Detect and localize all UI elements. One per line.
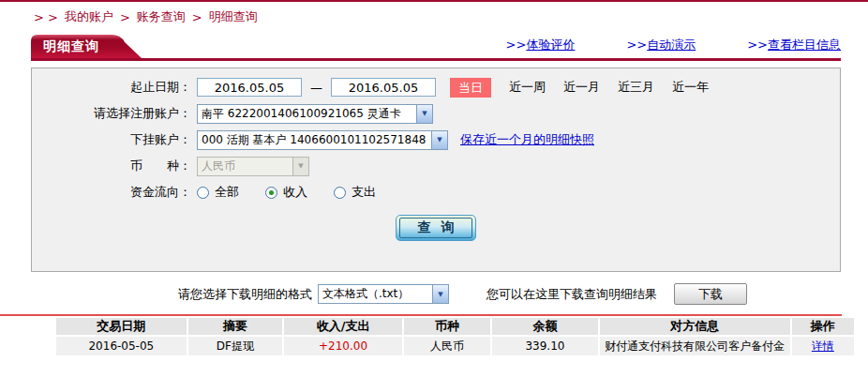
breadcrumb-separator: > bbox=[120, 10, 130, 24]
table-header-row: 交易日期 摘要 收入/支出 币种 余额 对方信息 操作 bbox=[56, 318, 856, 337]
cell-currency: 人民币 bbox=[404, 337, 492, 355]
end-date-input[interactable] bbox=[331, 78, 436, 97]
download-hint: 您可以在这里下载查询明细结果 bbox=[486, 286, 657, 303]
detail-link[interactable]: 详情 bbox=[812, 339, 834, 353]
panel-title: 明细查询 bbox=[43, 38, 99, 55]
radio-circle bbox=[265, 187, 277, 199]
currency-row: 币 种： 人民币 ▼ bbox=[32, 153, 840, 179]
panel-tab-detail-query: 明细查询 bbox=[31, 35, 142, 58]
link-auto-demo[interactable]: >>自动演示 bbox=[626, 37, 696, 53]
currency-value: 人民币 bbox=[198, 158, 292, 174]
cell-balance: 339.10 bbox=[492, 337, 600, 355]
select-arrow-icon[interactable]: ▼ bbox=[431, 131, 447, 149]
header-counterparty: 对方信息 bbox=[600, 318, 792, 337]
detail-query-panel: 明细查询 >>体验评价 >>自动演示 >>查看栏目信息 起止日期： — 当日 近… bbox=[31, 35, 841, 272]
radio-circle bbox=[334, 187, 346, 199]
cell-amount: +210.00 bbox=[284, 337, 404, 355]
quick-range-last-year[interactable]: 近一年 bbox=[672, 79, 709, 96]
radio-flow-income[interactable]: 收入 bbox=[265, 184, 307, 201]
link-label: 查看栏目信息 bbox=[768, 38, 841, 52]
sub-account-label: 下挂账户： bbox=[32, 131, 197, 148]
download-button[interactable]: 下载 bbox=[674, 283, 747, 305]
download-format-value: 文本格式（.txt） bbox=[319, 286, 432, 302]
link-experience-feedback[interactable]: >>体验评价 bbox=[506, 37, 576, 53]
start-date-input[interactable] bbox=[197, 78, 302, 97]
header-action: 操作 bbox=[792, 318, 856, 337]
registered-account-row: 请选择注册账户： 南平 6222001406100921065 灵通卡 ▼ bbox=[32, 100, 840, 127]
breadcrumb-item-my-account[interactable]: 我的账户 bbox=[65, 8, 113, 25]
query-button-row: 查 询 bbox=[32, 215, 840, 241]
link-prefix: >> bbox=[626, 38, 647, 52]
sub-account-value: 000 活期 基本户 1406600101102571848 bbox=[198, 132, 431, 148]
download-format-label: 请您选择下载明细的格式 bbox=[178, 286, 312, 303]
link-label: 体验评价 bbox=[526, 38, 575, 52]
breadcrumb-item-account-query[interactable]: 账务查询 bbox=[137, 8, 186, 25]
breadcrumb: > > 我的账户 > 账务查询 > 明细查询 bbox=[34, 8, 868, 25]
sub-account-row: 下挂账户： 000 活期 基本户 1406600101102571848 ▼ 保… bbox=[32, 127, 840, 153]
radio-label-income: 收入 bbox=[283, 184, 307, 201]
top-divider bbox=[0, 0, 868, 2]
registered-account-label: 请选择注册账户： bbox=[32, 105, 197, 122]
table-top-rule bbox=[0, 314, 842, 316]
quick-range-last-3-months[interactable]: 近三月 bbox=[618, 79, 654, 96]
select-arrow-icon[interactable]: ▼ bbox=[416, 105, 432, 123]
header-amount: 收入/支出 bbox=[284, 318, 404, 337]
radio-dot bbox=[201, 190, 205, 195]
query-button[interactable]: 查 询 bbox=[396, 215, 476, 241]
quick-range-last-month[interactable]: 近一月 bbox=[563, 79, 600, 96]
link-label: 自动演示 bbox=[647, 38, 696, 52]
header-links: >>体验评价 >>自动演示 >>查看栏目信息 bbox=[506, 37, 841, 58]
radio-flow-expense[interactable]: 支出 bbox=[334, 184, 376, 201]
currency-label: 币 种： bbox=[32, 158, 197, 174]
cell-action: 详情 bbox=[792, 337, 856, 355]
radio-label-expense: 支出 bbox=[352, 184, 376, 201]
page: > > 我的账户 > 账务查询 > 明细查询 明细查询 >>体验评价 >>自动演… bbox=[0, 0, 868, 377]
radio-circle bbox=[197, 187, 209, 199]
results-table: 交易日期 摘要 收入/支出 币种 余额 对方信息 操作 2016-05-05 D… bbox=[56, 318, 856, 355]
radio-dot bbox=[337, 190, 342, 195]
cell-counterparty: 财付通支付科技有限公司客户备付金 bbox=[600, 337, 792, 355]
breadcrumb-prefix: > > bbox=[34, 10, 58, 24]
link-prefix: >> bbox=[506, 38, 527, 52]
radio-flow-all[interactable]: 全部 bbox=[197, 184, 239, 201]
header-date: 交易日期 bbox=[56, 318, 188, 337]
radio-label-all: 全部 bbox=[215, 184, 239, 201]
date-range-dash: — bbox=[310, 81, 322, 95]
table-row: 2016-05-05 DF提现 +210.00 人民币 339.10 财付通支付… bbox=[56, 337, 856, 355]
download-format-select[interactable]: 文本格式（.txt） ▼ bbox=[318, 284, 449, 304]
registered-account-select[interactable]: 南平 6222001406100921065 灵通卡 ▼ bbox=[197, 104, 433, 124]
fund-flow-label: 资金流向： bbox=[32, 184, 197, 201]
select-arrow-icon[interactable]: ▼ bbox=[432, 285, 448, 303]
breadcrumb-separator: > bbox=[192, 10, 202, 24]
radio-dot bbox=[269, 190, 274, 195]
today-filter-badge[interactable]: 当日 bbox=[450, 78, 491, 98]
link-view-column-info[interactable]: >>查看栏目信息 bbox=[747, 37, 841, 53]
query-button-label: 查 询 bbox=[399, 218, 472, 238]
registered-account-value: 南平 6222001406100921065 灵通卡 bbox=[198, 106, 416, 122]
link-prefix: >> bbox=[747, 38, 768, 52]
panel-header: 明细查询 >>体验评价 >>自动演示 >>查看栏目信息 bbox=[31, 35, 841, 61]
header-balance: 余额 bbox=[492, 318, 600, 337]
sub-account-select[interactable]: 000 活期 基本户 1406600101102571848 ▼ bbox=[197, 130, 448, 150]
download-row: 请您选择下载明细的格式 文本格式（.txt） ▼ 您可以在这里下载查询明细结果 … bbox=[178, 283, 868, 305]
cell-summary: DF提现 bbox=[188, 337, 284, 355]
quick-range-last-week[interactable]: 近一周 bbox=[509, 79, 546, 96]
cell-date: 2016-05-05 bbox=[56, 337, 188, 355]
header-currency: 币种 bbox=[404, 318, 492, 337]
breadcrumb-item-detail-query[interactable]: 明细查询 bbox=[209, 8, 258, 25]
save-monthly-snapshot-link[interactable]: 保存近一个月的明细快照 bbox=[460, 131, 594, 148]
date-range-label: 起止日期： bbox=[32, 79, 197, 96]
currency-select: 人民币 ▼ bbox=[197, 157, 309, 176]
query-form: 起止日期： — 当日 近一周 近一月 近三月 近一年 请选择注册账户： 南平 6… bbox=[31, 68, 841, 272]
select-arrow-icon: ▼ bbox=[292, 158, 308, 175]
date-range-row: 起止日期： — 当日 近一周 近一月 近三月 近一年 bbox=[32, 74, 840, 100]
fund-flow-row: 资金流向： 全部 收入 支出 bbox=[32, 179, 840, 205]
header-summary: 摘要 bbox=[188, 318, 284, 337]
